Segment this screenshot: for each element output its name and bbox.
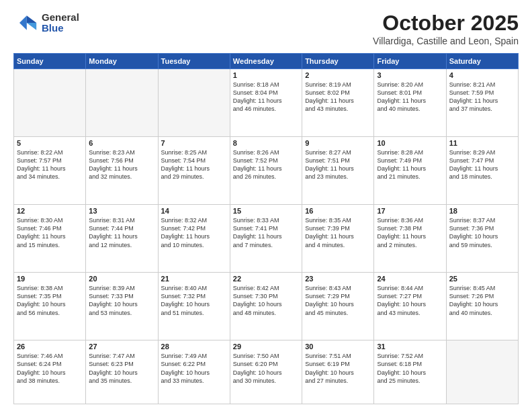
daylight-label: Daylight: 11 hours bbox=[233, 165, 282, 172]
cell-content: Sunrise: 8:31 AMSunset: 7:44 PMDaylight:… bbox=[89, 216, 154, 249]
calendar-cell: 18Sunrise: 8:37 AMSunset: 7:36 PMDayligh… bbox=[446, 205, 518, 273]
daylight-label: Daylight: 10 hours bbox=[305, 301, 354, 308]
calendar-cell: 19Sunrise: 8:38 AMSunset: 7:35 PMDayligh… bbox=[14, 273, 86, 340]
daylight-label: Daylight: 11 hours bbox=[17, 165, 66, 172]
calendar-cell: 23Sunrise: 8:43 AMSunset: 7:29 PMDayligh… bbox=[302, 273, 374, 340]
calendar-cell: 3Sunrise: 8:20 AMSunset: 8:01 PMDaylight… bbox=[374, 69, 446, 137]
daylight-label: Daylight: 11 hours bbox=[305, 165, 354, 172]
daylight-label: Daylight: 10 hours bbox=[449, 233, 498, 240]
calendar-header-wednesday: Wednesday bbox=[230, 54, 302, 69]
day-number: 4 bbox=[449, 71, 515, 79]
day-number: 8 bbox=[233, 139, 299, 147]
day-number: 23 bbox=[305, 275, 371, 283]
calendar-cell: 27Sunrise: 7:47 AMSunset: 6:23 PMDayligh… bbox=[86, 340, 158, 404]
calendar-cell: 20Sunrise: 8:39 AMSunset: 7:33 PMDayligh… bbox=[86, 273, 158, 340]
calendar-header-row: SundayMondayTuesdayWednesdayThursdayFrid… bbox=[14, 54, 519, 69]
cell-content: Sunrise: 8:36 AMSunset: 7:38 PMDaylight:… bbox=[377, 216, 443, 249]
day-number: 5 bbox=[17, 139, 83, 147]
calendar-header-sunday: Sunday bbox=[14, 54, 86, 69]
cell-content: Sunrise: 7:52 AMSunset: 6:18 PMDaylight:… bbox=[377, 352, 443, 385]
cell-content: Sunrise: 8:45 AMSunset: 7:26 PMDaylight:… bbox=[449, 284, 515, 317]
cell-content: Sunrise: 8:25 AMSunset: 7:54 PMDaylight:… bbox=[161, 148, 227, 181]
title-block: October 2025 Villardiga, Castille and Le… bbox=[373, 11, 519, 46]
day-number: 2 bbox=[305, 71, 371, 79]
cell-content: Sunrise: 8:43 AMSunset: 7:29 PMDaylight:… bbox=[305, 284, 371, 317]
cell-content: Sunrise: 8:42 AMSunset: 7:30 PMDaylight:… bbox=[233, 284, 299, 317]
day-number: 17 bbox=[377, 207, 443, 215]
calendar-week-row: 26Sunrise: 7:46 AMSunset: 6:24 PMDayligh… bbox=[14, 340, 519, 404]
logo-text: General Blue bbox=[42, 12, 79, 34]
daylight-label: Daylight: 10 hours bbox=[17, 301, 66, 308]
page: General Blue October 2025 Villardiga, Ca… bbox=[0, 0, 532, 411]
calendar-week-row: 5Sunrise: 8:22 AMSunset: 7:57 PMDaylight… bbox=[14, 137, 519, 205]
calendar-week-row: 1Sunrise: 8:18 AMSunset: 8:04 PMDaylight… bbox=[14, 69, 519, 137]
month-title: October 2025 bbox=[373, 11, 519, 36]
calendar-header-saturday: Saturday bbox=[446, 54, 518, 69]
calendar-cell: 21Sunrise: 8:40 AMSunset: 7:32 PMDayligh… bbox=[158, 273, 230, 340]
day-number: 14 bbox=[161, 207, 227, 215]
calendar-cell: 30Sunrise: 7:51 AMSunset: 6:19 PMDayligh… bbox=[302, 340, 374, 404]
day-number: 11 bbox=[449, 139, 515, 147]
day-number: 19 bbox=[17, 275, 83, 283]
cell-content: Sunrise: 8:22 AMSunset: 7:57 PMDaylight:… bbox=[17, 148, 83, 181]
calendar-table: SundayMondayTuesdayWednesdayThursdayFrid… bbox=[13, 53, 519, 404]
cell-content: Sunrise: 8:38 AMSunset: 7:35 PMDaylight:… bbox=[17, 284, 83, 317]
cell-content: Sunrise: 8:20 AMSunset: 8:01 PMDaylight:… bbox=[377, 81, 443, 113]
calendar-cell bbox=[446, 340, 518, 404]
daylight-label: Daylight: 10 hours bbox=[161, 301, 210, 308]
daylight-label: Daylight: 11 hours bbox=[233, 97, 282, 104]
logo-general-label: General bbox=[42, 12, 79, 24]
daylight-label: Daylight: 10 hours bbox=[233, 301, 282, 308]
daylight-label: Daylight: 10 hours bbox=[377, 301, 426, 308]
day-number: 26 bbox=[17, 342, 83, 351]
cell-content: Sunrise: 8:35 AMSunset: 7:39 PMDaylight:… bbox=[305, 216, 371, 249]
calendar-cell: 24Sunrise: 8:44 AMSunset: 7:27 PMDayligh… bbox=[374, 273, 446, 340]
day-number: 7 bbox=[161, 139, 227, 147]
daylight-label: Daylight: 11 hours bbox=[89, 165, 138, 172]
day-number: 21 bbox=[161, 275, 227, 283]
calendar-week-row: 12Sunrise: 8:30 AMSunset: 7:46 PMDayligh… bbox=[14, 205, 519, 273]
daylight-label: Daylight: 11 hours bbox=[305, 233, 354, 240]
cell-content: Sunrise: 8:27 AMSunset: 7:51 PMDaylight:… bbox=[305, 148, 371, 181]
cell-content: Sunrise: 8:26 AMSunset: 7:52 PMDaylight:… bbox=[233, 148, 299, 181]
calendar-cell: 22Sunrise: 8:42 AMSunset: 7:30 PMDayligh… bbox=[230, 273, 302, 340]
calendar-cell: 1Sunrise: 8:18 AMSunset: 8:04 PMDaylight… bbox=[230, 69, 302, 137]
day-number: 12 bbox=[17, 207, 83, 215]
cell-content: Sunrise: 8:21 AMSunset: 7:59 PMDaylight:… bbox=[449, 81, 515, 113]
cell-content: Sunrise: 8:33 AMSunset: 7:41 PMDaylight:… bbox=[233, 216, 299, 249]
calendar-cell bbox=[158, 69, 230, 137]
logo-icon bbox=[13, 11, 38, 35]
daylight-label: Daylight: 10 hours bbox=[377, 369, 426, 376]
cell-content: Sunrise: 8:30 AMSunset: 7:46 PMDaylight:… bbox=[17, 216, 83, 249]
daylight-label: Daylight: 10 hours bbox=[161, 369, 210, 376]
calendar-cell: 29Sunrise: 7:50 AMSunset: 6:20 PMDayligh… bbox=[230, 340, 302, 404]
calendar-cell: 14Sunrise: 8:32 AMSunset: 7:42 PMDayligh… bbox=[158, 205, 230, 273]
daylight-label: Daylight: 11 hours bbox=[89, 233, 138, 240]
calendar-cell: 28Sunrise: 7:49 AMSunset: 6:22 PMDayligh… bbox=[158, 340, 230, 404]
daylight-label: Daylight: 10 hours bbox=[17, 369, 66, 376]
day-number: 13 bbox=[89, 207, 154, 215]
cell-content: Sunrise: 8:37 AMSunset: 7:36 PMDaylight:… bbox=[449, 216, 515, 249]
calendar-cell: 6Sunrise: 8:23 AMSunset: 7:56 PMDaylight… bbox=[86, 137, 158, 205]
daylight-label: Daylight: 11 hours bbox=[449, 165, 498, 172]
daylight-label: Daylight: 11 hours bbox=[377, 165, 426, 172]
daylight-label: Daylight: 11 hours bbox=[305, 97, 354, 104]
cell-content: Sunrise: 8:28 AMSunset: 7:49 PMDaylight:… bbox=[377, 148, 443, 181]
day-number: 3 bbox=[377, 71, 443, 79]
calendar-cell bbox=[14, 69, 86, 137]
calendar-cell: 15Sunrise: 8:33 AMSunset: 7:41 PMDayligh… bbox=[230, 205, 302, 273]
calendar-cell: 4Sunrise: 8:21 AMSunset: 7:59 PMDaylight… bbox=[446, 69, 518, 137]
calendar-cell: 11Sunrise: 8:29 AMSunset: 7:47 PMDayligh… bbox=[446, 137, 518, 205]
calendar-cell: 7Sunrise: 8:25 AMSunset: 7:54 PMDaylight… bbox=[158, 137, 230, 205]
cell-content: Sunrise: 7:50 AMSunset: 6:20 PMDaylight:… bbox=[233, 352, 299, 385]
cell-content: Sunrise: 8:39 AMSunset: 7:33 PMDaylight:… bbox=[89, 284, 154, 317]
day-number: 18 bbox=[449, 207, 515, 215]
logo: General Blue bbox=[13, 11, 79, 35]
cell-content: Sunrise: 7:51 AMSunset: 6:19 PMDaylight:… bbox=[305, 352, 371, 385]
cell-content: Sunrise: 8:19 AMSunset: 8:02 PMDaylight:… bbox=[305, 81, 371, 113]
daylight-label: Daylight: 11 hours bbox=[17, 233, 66, 240]
calendar-header-tuesday: Tuesday bbox=[158, 54, 230, 69]
calendar-cell: 9Sunrise: 8:27 AMSunset: 7:51 PMDaylight… bbox=[302, 137, 374, 205]
cell-content: Sunrise: 7:49 AMSunset: 6:22 PMDaylight:… bbox=[161, 352, 227, 385]
day-number: 9 bbox=[305, 139, 371, 147]
